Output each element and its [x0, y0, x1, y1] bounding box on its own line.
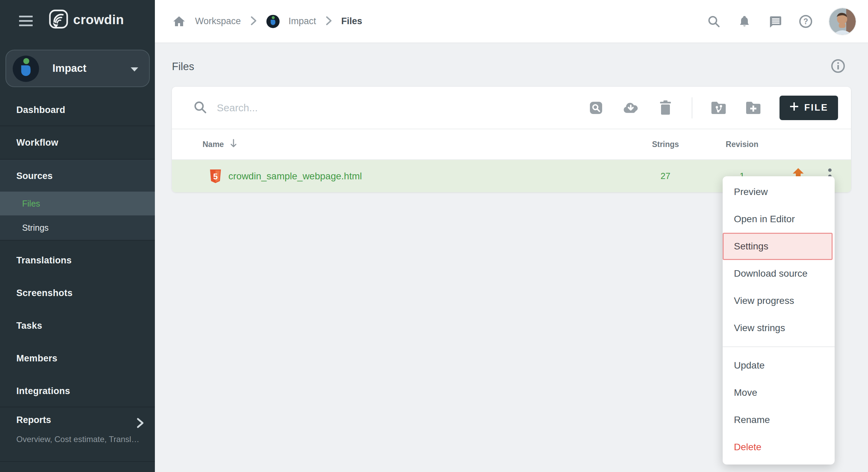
svg-text:?: ? — [803, 17, 808, 26]
search-bar — [193, 87, 567, 129]
files-toolbar: FILE — [172, 87, 851, 129]
menu-item-delete[interactable]: Delete — [723, 434, 835, 461]
add-file-button[interactable]: FILE — [779, 96, 838, 120]
file-name-link[interactable]: crowdin_sample_webpage.html — [228, 160, 362, 192]
sidebar-item-translations[interactable]: Translations — [0, 244, 155, 277]
search-icon[interactable] — [707, 14, 721, 29]
home-icon[interactable] — [172, 14, 186, 29]
svg-text:5: 5 — [213, 172, 218, 181]
sidebar-item-workflow[interactable]: Workflow — [0, 126, 155, 159]
crowdin-logo-icon — [49, 9, 68, 30]
sidebar-group-sources: Sources Files Strings — [0, 159, 155, 241]
menu-item-move[interactable]: Move — [723, 379, 835, 406]
sidebar-item-integrations[interactable]: Integrations — [0, 375, 155, 407]
sidebar-item-files[interactable]: Files — [0, 192, 155, 215]
project-name: Impact — [52, 50, 86, 86]
sidebar-item-members[interactable]: Members — [0, 342, 155, 375]
menu-item-update[interactable]: Update — [723, 352, 835, 379]
table-header: Name Strings Revision — [172, 129, 851, 160]
crowdin-app: crowdin Impact Dashboard Workflow Source… — [0, 0, 868, 472]
file-context-menu: Preview Open in Editor Settings Download… — [723, 176, 835, 465]
menu-item-preview[interactable]: Preview — [723, 178, 835, 206]
sidebar-reports-subtitle: Overview, Cost estimate, Transl… — [16, 435, 142, 444]
messages-icon[interactable] — [768, 14, 782, 29]
topbar-actions: ? — [707, 0, 856, 43]
crowdin-logo-text: crowdin — [73, 13, 124, 27]
menu-divider — [723, 346, 835, 347]
sidebar-item-dashboard[interactable]: Dashboard — [0, 94, 155, 126]
sidebar-item-reports[interactable]: Reports Overview, Cost estimate, Transl… — [0, 407, 155, 462]
user-avatar[interactable] — [829, 8, 856, 35]
toolbar-actions: FILE — [588, 87, 838, 129]
add-folder-icon[interactable] — [745, 99, 762, 116]
column-header-strings[interactable]: Strings — [642, 129, 689, 159]
sidebar-item-sources[interactable]: Sources — [0, 160, 155, 192]
column-header-revision[interactable]: Revision — [718, 129, 766, 159]
menu-item-rename[interactable]: Rename — [723, 406, 835, 434]
sidebar-item-screenshots[interactable]: Screenshots — [0, 277, 155, 309]
sidebar: crowdin Impact Dashboard Workflow Source… — [0, 0, 155, 472]
breadcrumb-project-avatar — [266, 15, 280, 28]
plus-icon — [789, 102, 799, 114]
chevron-down-icon — [131, 67, 138, 71]
hamburger-menu-icon[interactable] — [19, 16, 33, 27]
column-header-name[interactable]: Name — [203, 129, 238, 159]
top-header: Workspace Impact Files — [155, 0, 868, 43]
file-strings-count: 27 — [642, 160, 689, 192]
trash-icon[interactable] — [657, 99, 674, 116]
sidebar-reports-label: Reports — [16, 415, 51, 425]
add-file-button-label: FILE — [804, 102, 829, 113]
page-title: Files — [172, 61, 194, 73]
chevron-right-icon — [325, 15, 333, 28]
file-preview-icon[interactable] — [588, 99, 605, 116]
notifications-bell-icon[interactable] — [737, 14, 752, 29]
info-icon[interactable] — [831, 59, 846, 74]
breadcrumb-project[interactable]: Impact — [289, 16, 316, 27]
sidebar-item-tasks[interactable]: Tasks — [0, 309, 155, 342]
sort-descending-icon — [229, 139, 238, 150]
help-icon[interactable]: ? — [799, 14, 813, 29]
menu-item-open-in-editor[interactable]: Open in Editor — [723, 206, 835, 233]
column-name-label: Name — [203, 140, 224, 149]
cloud-download-icon[interactable] — [622, 99, 639, 116]
breadcrumb-current-page: Files — [341, 16, 363, 27]
project-selector[interactable]: Impact — [5, 50, 150, 87]
chevron-right-icon — [136, 416, 145, 431]
html5-file-icon: 5 — [209, 169, 222, 184]
project-avatar-icon — [12, 55, 39, 82]
toolbar-divider — [692, 97, 692, 118]
search-icon — [193, 100, 207, 116]
breadcrumb: Workspace Impact Files — [172, 0, 362, 43]
branch-folder-icon[interactable] — [710, 99, 727, 116]
menu-item-view-progress[interactable]: View progress — [723, 287, 835, 314]
sidebar-item-strings[interactable]: Strings — [0, 215, 155, 240]
menu-item-download-source[interactable]: Download source — [723, 260, 835, 287]
menu-item-view-strings[interactable]: View strings — [723, 314, 835, 342]
search-input[interactable] — [217, 102, 523, 114]
breadcrumb-workspace[interactable]: Workspace — [195, 16, 241, 27]
menu-item-settings[interactable]: Settings — [723, 233, 833, 260]
crowdin-logo[interactable]: crowdin — [49, 9, 124, 30]
chevron-right-icon — [250, 15, 257, 28]
